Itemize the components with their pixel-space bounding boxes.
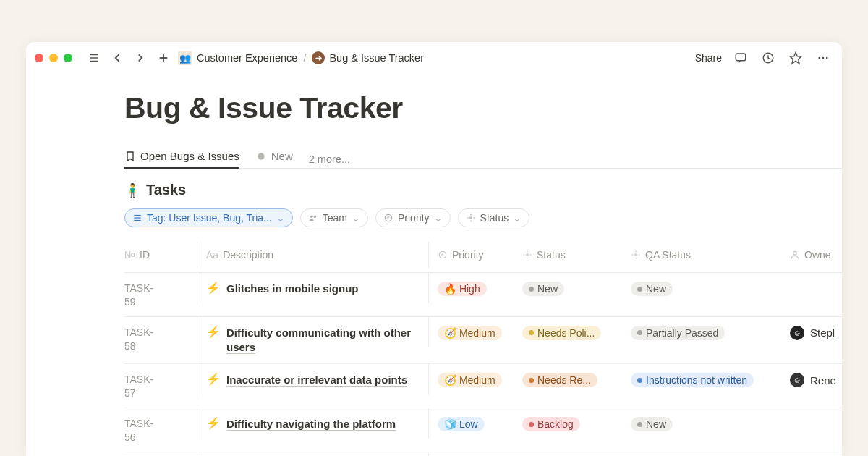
cell-qa-status[interactable]: Partially Passed: [631, 317, 790, 347]
avatar: ☺: [790, 373, 804, 387]
col-description[interactable]: AaDescription: [197, 242, 428, 268]
star-icon[interactable]: [787, 49, 804, 67]
tab-label: Open Bugs & Issues: [140, 150, 239, 162]
tab-open-bugs[interactable]: Open Bugs & Issues: [124, 150, 239, 168]
col-status-label: Status: [537, 249, 566, 261]
svg-point-29: [635, 254, 637, 256]
svg-point-15: [310, 216, 313, 219]
cell-priority[interactable]: 🔥 High: [428, 273, 522, 303]
section-title: Tasks: [146, 182, 186, 198]
cell-owner[interactable]: ☺Rene: [790, 364, 842, 394]
bolt-icon: ⚡: [206, 373, 221, 385]
tab-new[interactable]: New: [255, 150, 293, 168]
breadcrumb: 👥 Customer Experience / ➜ Bug & Issue Tr…: [178, 51, 424, 65]
priority-badge: 🧭 Medium: [438, 373, 502, 387]
filter-team[interactable]: Team ⌄: [300, 208, 368, 227]
back-button[interactable]: [109, 49, 126, 67]
section-header: 🧍‍♂️ Tasks: [124, 182, 842, 198]
forward-button[interactable]: [132, 49, 149, 67]
table-row[interactable]: TASK-59⚡Glitches in mobile signup🔥 HighN…: [124, 273, 842, 317]
cell-priority[interactable]: 🧭 Medium: [428, 317, 522, 347]
cell-description[interactable]: ⚡Difficulty navigating the platform: [197, 408, 428, 440]
col-id-label: ID: [140, 249, 150, 261]
breadcrumb-parent-icon: 👥: [178, 51, 192, 65]
cell-id: TASK-55: [124, 452, 197, 456]
close-window-button[interactable]: [35, 54, 43, 62]
breadcrumb-parent[interactable]: Customer Experience: [197, 52, 297, 64]
breadcrumb-current[interactable]: Bug & Issue Tracker: [329, 52, 424, 64]
tabs-more[interactable]: 2 more...: [309, 153, 350, 165]
filter-tag[interactable]: Tag: User Issue, Bug, Tria... ⌄: [124, 208, 293, 227]
bolt-icon: ⚡: [206, 418, 221, 429]
cell-priority[interactable]: 🧊 Low: [428, 408, 522, 439]
breadcrumb-separator: /: [302, 52, 307, 64]
description-text: Difficulty communicating with other user…: [226, 326, 418, 355]
filter-priority[interactable]: Priority ⌄: [375, 208, 451, 227]
col-owner-label: Owne: [804, 249, 831, 261]
chevron-down-icon: ⌄: [434, 212, 443, 224]
new-page-button[interactable]: [155, 49, 172, 67]
col-qa[interactable]: QA Status: [631, 242, 790, 268]
qa-badge: Partially Passed: [631, 326, 725, 340]
svg-point-24: [527, 254, 528, 256]
cell-description[interactable]: ⚡Inaccurate or irrelevant data points: [197, 364, 428, 396]
cell-owner[interactable]: ☺Alice: [790, 452, 842, 456]
svg-point-8: [818, 57, 820, 59]
cell-status[interactable]: Backlog: [522, 408, 631, 439]
svg-point-10: [826, 57, 828, 59]
col-status[interactable]: Status: [522, 242, 631, 268]
filter-priority-label: Priority: [398, 212, 430, 224]
cell-status[interactable]: Approved: [522, 452, 631, 456]
cell-description[interactable]: ⚡Unresponsive user interface: [197, 452, 428, 456]
status-badge: New: [522, 282, 564, 296]
col-id[interactable]: №ID: [124, 242, 197, 268]
col-desc-label: Description: [223, 249, 273, 261]
status-badge: Backlog: [522, 417, 580, 431]
hamburger-icon[interactable]: [85, 49, 103, 67]
description-text: Glitches in mobile signup: [226, 282, 359, 296]
filter-status-label: Status: [480, 212, 509, 224]
chevron-down-icon: ⌄: [352, 212, 360, 224]
col-priority-label: Priority: [452, 249, 484, 261]
cell-status[interactable]: Needs Poli...: [522, 317, 631, 347]
table-row[interactable]: TASK-58⚡Difficulty communicating with ot…: [124, 317, 842, 365]
cell-description[interactable]: ⚡Difficulty communicating with other use…: [197, 317, 428, 364]
cell-qa-status[interactable]: QA Waiting: [631, 452, 790, 456]
cell-qa-status[interactable]: New: [631, 273, 790, 303]
col-qa-label: QA Status: [645, 249, 691, 261]
table-header: №ID AaDescription Priority Status QA Sta…: [124, 237, 842, 273]
view-tabs: Open Bugs & Issues New 2 more...: [124, 150, 842, 169]
cell-id: TASK-56: [124, 408, 197, 452]
comments-icon[interactable]: [732, 49, 749, 67]
more-icon[interactable]: [814, 49, 832, 67]
table-row[interactable]: TASK-56⚡Difficulty navigating the platfo…: [124, 408, 842, 452]
cell-status[interactable]: New: [522, 273, 631, 303]
cell-description[interactable]: ⚡Glitches in mobile signup: [197, 273, 428, 305]
cell-qa-status[interactable]: New: [631, 408, 790, 439]
tasks-table: №ID AaDescription Priority Status QA Sta…: [124, 237, 842, 456]
priority-badge: 🔥 High: [438, 282, 487, 296]
cell-status[interactable]: Needs Re...: [522, 364, 631, 394]
table-row[interactable]: TASK-57⚡Inaccurate or irrelevant data po…: [124, 364, 842, 408]
chevron-down-icon: ⌄: [513, 212, 522, 224]
cell-owner[interactable]: [790, 273, 842, 289]
cell-qa-status[interactable]: Instructions not written: [631, 364, 790, 394]
minimize-window-button[interactable]: [49, 54, 58, 62]
share-button[interactable]: Share: [695, 52, 722, 64]
clock-icon[interactable]: [760, 49, 777, 67]
filter-status[interactable]: Status ⌄: [458, 208, 530, 227]
qa-badge: Instructions not written: [631, 373, 754, 387]
col-owner[interactable]: Owne: [790, 242, 842, 268]
svg-point-18: [469, 217, 471, 219]
topbar-actions: Share: [695, 49, 832, 67]
bolt-icon: ⚡: [206, 282, 221, 294]
maximize-window-button[interactable]: [64, 54, 72, 62]
cell-priority[interactable]: 🧭 Medium: [428, 364, 522, 394]
svg-rect-5: [736, 54, 746, 61]
table-row[interactable]: TASK-55⚡Unresponsive user interface🔥 Hig…: [124, 452, 842, 456]
cell-owner[interactable]: [790, 408, 842, 424]
qa-badge: New: [631, 282, 673, 296]
cell-priority[interactable]: 🔥 High: [428, 452, 522, 456]
col-priority[interactable]: Priority: [428, 242, 522, 268]
cell-owner[interactable]: ☺Stepl: [790, 317, 842, 347]
